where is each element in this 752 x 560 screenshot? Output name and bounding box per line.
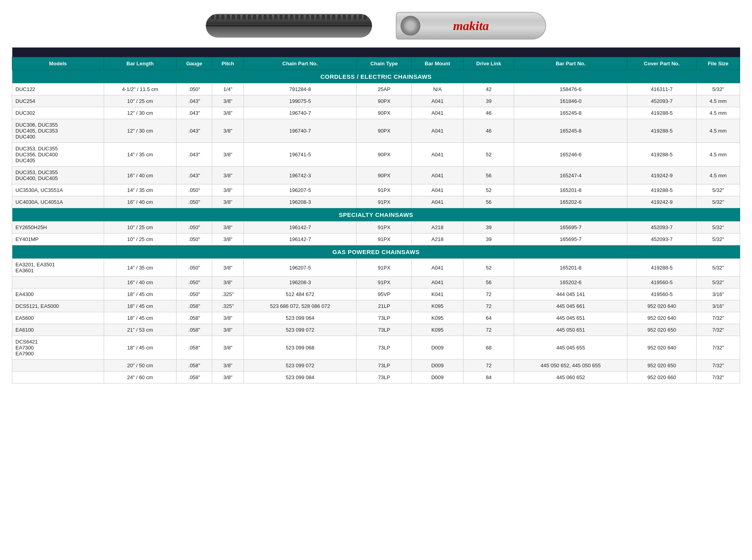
cell-7: 56 xyxy=(463,277,514,289)
cell-6: K095 xyxy=(412,324,463,336)
cell-2: .043" xyxy=(177,119,212,143)
cell-2: .050" xyxy=(177,259,212,277)
cell-6: A041 xyxy=(412,277,463,289)
table-row: EY401MP10" / 25 cm.050"3/8"196142-791PXA… xyxy=(12,233,740,245)
table-row: UC4030A, UC4051A16" / 40 cm.050"3/8"1962… xyxy=(12,196,740,208)
cell-5: 73LP xyxy=(357,312,412,324)
cell-8: 165245-8 xyxy=(514,107,627,119)
cell-1: 24" / 60 cm xyxy=(104,372,176,383)
col-models: Models xyxy=(12,57,104,70)
cell-1: 10" / 25 cm xyxy=(104,233,176,245)
cell-3: 3/8" xyxy=(212,184,243,196)
cell-3: 3/8" xyxy=(212,167,243,184)
cell-7: 52 xyxy=(463,259,514,277)
cell-1: 14" / 35 cm xyxy=(104,184,176,196)
cell-3: 3/8" xyxy=(212,119,243,143)
cell-0: EA5600 xyxy=(12,312,104,324)
cell-7: 72 xyxy=(463,360,514,372)
cell-4: 523 099 072 xyxy=(243,324,357,336)
cell-6: D009 xyxy=(412,336,463,360)
cell-9: 419242-9 xyxy=(627,196,697,208)
cell-2: .058" xyxy=(177,300,212,312)
bar-image: makita xyxy=(396,12,546,40)
col-file-size: File Size xyxy=(696,57,740,70)
cell-2: .050" xyxy=(177,184,212,196)
cell-10: 5/32" xyxy=(696,84,740,95)
cell-1: 18" / 45 cm xyxy=(104,289,176,300)
cell-7: 39 xyxy=(463,95,514,107)
header-images: makita xyxy=(12,8,740,44)
cell-4: 196142-7 xyxy=(243,233,357,245)
cell-5: 73LP xyxy=(357,324,412,336)
cell-1: 16" / 40 cm xyxy=(104,167,176,184)
cell-0: DUC254 xyxy=(12,95,104,107)
cell-0: DUC122 xyxy=(12,84,104,95)
cell-9: 419560-5 xyxy=(627,277,697,289)
cell-4: 791284-8 xyxy=(243,84,357,95)
cell-3: 3/8" xyxy=(212,324,243,336)
cell-1: 10" / 25 cm xyxy=(104,222,176,233)
cell-7: 52 xyxy=(463,143,514,167)
table-row: DUC306, DUC355DUC405, DUC353DUC40012" / … xyxy=(12,119,740,143)
cell-7: 68 xyxy=(463,336,514,360)
cell-5: 90PX xyxy=(357,95,412,107)
cell-4: 523 099 064 xyxy=(243,312,357,324)
cell-8: 165201-8 xyxy=(514,184,627,196)
cell-0: DUC302 xyxy=(12,107,104,119)
table-row: DUC353, DUC355DUC400, DUC40516" / 40 cm.… xyxy=(12,167,740,184)
cell-5: 21LP xyxy=(357,300,412,312)
cell-7: 46 xyxy=(463,107,514,119)
cell-6: A218 xyxy=(412,222,463,233)
table-row: DCS5121, EA500018" / 45 cm.058".325"523 … xyxy=(12,300,740,312)
cell-0: DUC306, DUC355DUC405, DUC353DUC400 xyxy=(12,119,104,143)
cell-0: DUC353, DUC355DUC356, DUC400DUC405 xyxy=(12,143,104,167)
cell-9: 419288-5 xyxy=(627,119,697,143)
col-drive-link: Drive Link xyxy=(463,57,514,70)
cell-10: 4.5 mm xyxy=(696,167,740,184)
cell-3: 3/8" xyxy=(212,233,243,245)
makita-logo: makita xyxy=(453,19,489,33)
table-row: EA610021" / 53 cm.058"3/8"523 099 07273L… xyxy=(12,324,740,336)
cell-5: 91PX xyxy=(357,184,412,196)
table-row: EA3201, EA3501EA360114" / 35 cm.050"3/8"… xyxy=(12,259,740,277)
col-bar-mount: Bar Mount xyxy=(412,57,463,70)
cell-9: 419242-9 xyxy=(627,167,697,184)
cell-8: 158476-6 xyxy=(514,84,627,95)
cell-5: 90PX xyxy=(357,143,412,167)
cell-8: 445 050 651 xyxy=(514,324,627,336)
cell-8: 444 045 141 xyxy=(514,289,627,300)
cell-9: 952 020 650 xyxy=(627,360,697,372)
cell-9: 419288-5 xyxy=(627,184,697,196)
cell-7: 39 xyxy=(463,233,514,245)
cell-2: .050" xyxy=(177,233,212,245)
table-row: DUC353, DUC355DUC356, DUC400DUC40514" / … xyxy=(12,143,740,167)
cell-6: D009 xyxy=(412,360,463,372)
cell-1: 10" / 25 cm xyxy=(104,95,176,107)
cell-1: 14" / 35 cm xyxy=(104,143,176,167)
table-row: EY2650H25H10" / 25 cm.050"3/8"196142-791… xyxy=(12,222,740,233)
cell-2: .043" xyxy=(177,167,212,184)
cell-5: 25AP xyxy=(357,84,412,95)
cell-0: EY401MP xyxy=(12,233,104,245)
cell-4: 196207-5 xyxy=(243,184,357,196)
table-title-row xyxy=(12,47,740,57)
cell-5: 90PX xyxy=(357,167,412,184)
cell-8: 165247-4 xyxy=(514,167,627,184)
cell-8: 165246-6 xyxy=(514,143,627,167)
cell-3: 3/8" xyxy=(212,360,243,372)
cell-10: 7/32" xyxy=(696,324,740,336)
cell-6: A041 xyxy=(412,259,463,277)
cell-1: 18" / 45 cm xyxy=(104,300,176,312)
table-row: 16" / 40 cm.050"3/8"196208-391PXA0415616… xyxy=(12,277,740,289)
cell-8: 445 060 652 xyxy=(514,372,627,383)
cell-4: 196142-7 xyxy=(243,222,357,233)
cell-6: A218 xyxy=(412,233,463,245)
cell-4: 196742-3 xyxy=(243,167,357,184)
cell-2: .058" xyxy=(177,360,212,372)
cell-2: .050" xyxy=(177,289,212,300)
cell-0: DUC353, DUC355DUC400, DUC405 xyxy=(12,167,104,184)
cell-6: A041 xyxy=(412,167,463,184)
cell-2: .050" xyxy=(177,84,212,95)
cell-8: 165201-8 xyxy=(514,259,627,277)
cell-1: 21" / 53 cm xyxy=(104,324,176,336)
